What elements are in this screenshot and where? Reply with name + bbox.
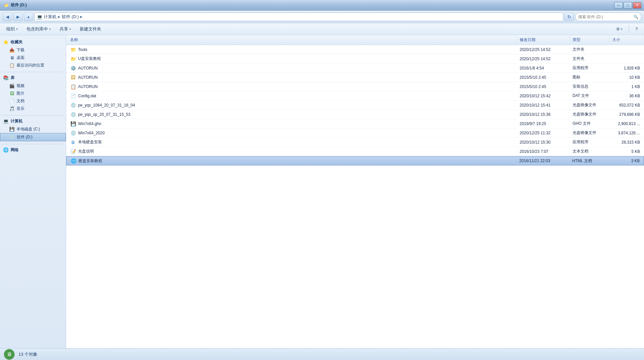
file-size: 279,696 KB [619,112,640,117]
file-list-area: 名称 修改日期 类型 大小 📁 Tools 2020/12/25 14:52 文… [66,35,644,348]
search-icon: 🔍 [633,15,638,19]
sidebar-item-documents[interactable]: 📄 文档 [0,97,66,105]
file-row[interactable]: 📁 Tools 2020/12/25 14:52 文件夹 [66,45,644,54]
sidebar-network-header[interactable]: 🌐 网络 [0,146,66,154]
file-type: 应用程序 [573,65,588,71]
sidebar-item-desktop[interactable]: 🖥 桌面 [0,54,66,62]
sidebar-item-drive-d[interactable]: 💿 软件 (D:) [0,133,66,141]
file-row[interactable]: 💿 pe_yqs_1064_20_07_31_16_04 2020/10/12 … [66,101,644,110]
file-cell-type: DAT 文件 [570,93,610,99]
file-row[interactable]: 📁 U盘安装教程 2020/12/25 14:52 文件夹 [66,54,644,64]
file-size: 3,874,126 ... [618,131,640,135]
sidebar-item-video[interactable]: 🎬 视频 [0,82,66,90]
sidebar-item-video-label: 视频 [17,83,24,89]
forward-button[interactable]: ▶ [13,13,22,21]
drive-c-icon: 💾 [9,127,15,132]
file-row[interactable]: 📄 Config.dat 2020/10/12 15:42 DAT 文件 36 … [66,91,644,101]
file-modified: 2016/10/23 7:07 [520,149,548,154]
file-size: 10 KB [629,75,640,80]
file-type: 文本文档 [573,149,588,154]
file-cell-size: 1,926 KB [610,66,643,70]
title-bar-controls: ─ □ ✕ [614,2,641,9]
file-modified: 2020/10/12 15:41 [520,103,550,108]
file-name: pe_yqs_1064_20_07_31_16_04 [78,103,135,108]
file-rows-container: 📁 Tools 2020/12/25 14:52 文件夹 📁 U盘安装教程 20… [66,45,644,165]
breadcrumb-computer[interactable]: 计算机 [44,14,57,20]
new-folder-label: 新建文件夹 [80,26,101,32]
search-bar: 🔍 [575,13,641,21]
file-cell-modified: 2020/12/25 14:52 [517,57,570,61]
organize-button[interactable]: 组织 ▾ [3,24,21,34]
file-row[interactable]: 💾 Win7x64.gho 2019/9/7 19:25 GHO 文件 2,90… [66,119,644,128]
file-type: HTML 文档 [572,158,592,164]
file-type: DAT 文件 [573,93,589,99]
include-library-button[interactable]: 包含到库中 ▾ [23,24,55,34]
share-button[interactable]: 共享 ▾ [56,24,75,34]
toolbar: 组织 ▾ 包含到库中 ▾ 共享 ▾ 新建文件夹 ≡ ▾ ? [0,23,644,35]
maximize-button[interactable]: □ [623,2,632,9]
sidebar-item-downloads[interactable]: 📥 下载 [0,46,66,54]
file-row[interactable]: 🖼 AUTORUN 2015/5/10 2:45 图标 10 KB [66,73,644,82]
sidebar-favorites-header[interactable]: ⭐ 收藏夹 [0,38,66,46]
desktop-icon: 🖥 [9,55,15,61]
file-type: 安装信息 [573,84,588,89]
file-cell-name: 📁 Tools [67,47,517,53]
sidebar-item-music[interactable]: 🎵 音乐 [0,105,66,112]
file-cell-modified: 2015/5/10 2:45 [517,84,570,89]
include-chevron: ▾ [49,27,51,31]
sidebar-item-recent-label: 最近访问的位置 [17,63,44,68]
view-chevron: ▾ [621,27,623,31]
close-button[interactable]: ✕ [633,2,641,9]
col-header-modified[interactable]: 修改日期 [517,35,570,45]
file-size: 28,315 KB [622,140,640,145]
refresh-button[interactable]: ↻ [565,13,574,21]
file-cell-name: 💿 Win7x64_2020 [67,130,517,136]
file-type: GHO 文件 [573,121,591,126]
file-cell-name: 💿 pe_yqs_xp_20_07_31_15_53 [67,112,517,117]
file-name: 本地硬盘安装 [78,139,102,145]
drive-d-icon: 💿 [10,135,15,140]
file-row[interactable]: 🖥 本地硬盘安装 2020/10/12 15:30 应用程序 28,315 KB [66,138,644,147]
sidebar-library-header[interactable]: 📚 库 [0,73,66,82]
col-header-type[interactable]: 类型 [570,35,610,45]
file-row[interactable]: ⚙️ AUTORUN 2016/1/8 4:54 应用程序 1,926 KB [66,64,644,73]
share-chevron: ▾ [69,27,71,31]
new-folder-button[interactable]: 新建文件夹 [76,24,105,34]
minimize-button[interactable]: ─ [614,2,623,9]
file-row[interactable]: 📋 AUTORUN 2015/5/10 2:45 安装信息 1 KB [66,82,644,91]
title-bar-left: 📁 软件 (D:) [4,2,27,8]
file-name: Win7x64_2020 [78,131,105,135]
help-button[interactable]: ? [632,24,641,34]
back-button[interactable]: ◀ [3,13,12,21]
file-type: 文件夹 [573,56,584,62]
breadcrumb-drive[interactable]: 软件 (D:) [62,14,79,20]
file-modified: 2020/12/25 11:32 [520,131,550,135]
sidebar-item-music-label: 音乐 [17,106,24,112]
file-cell-modified: 2020/10/12 15:42 [517,94,570,98]
search-input[interactable] [578,15,632,19]
sidebar-section-network: 🌐 网络 [0,146,66,154]
file-cell-type: HTML 文档 [570,158,609,164]
sidebar-item-desktop-label: 桌面 [17,55,24,61]
network-icon: 🌐 [3,147,9,153]
sidebar-item-recent[interactable]: 📋 最近访问的位置 [0,62,66,69]
sidebar-computer-header[interactable]: 💻 计算机 [0,117,66,125]
col-header-name[interactable]: 名称 [67,35,517,45]
main-layout: ⭐ 收藏夹 📥 下载 🖥 桌面 📋 最近访问的位置 📚 库 [0,35,644,348]
file-row[interactable]: 💿 pe_yqs_xp_20_07_31_15_53 2020/10/12 15… [66,110,644,119]
file-size: 5 KB [631,149,640,154]
file-row[interactable]: 🌐 硬盘安装教程 2016/11/21 22:03 HTML 文档 3 KB [66,156,644,165]
file-row[interactable]: 💿 Win7x64_2020 2020/12/25 11:32 光盘映像文件 3… [66,128,644,138]
sidebar-divider-3 [3,144,63,144]
sidebar-item-pictures[interactable]: 🖼 图片 [0,90,66,97]
file-cell-modified: 2019/9/7 19:25 [517,121,570,126]
sidebar-item-drive-c[interactable]: 💾 本地磁盘 (C:) [0,125,66,133]
file-size: 36 KB [629,94,640,98]
up-button[interactable]: ▲ [24,13,33,21]
file-name: AUTORUN [78,75,98,80]
sidebar-section-computer: 💻 计算机 💾 本地磁盘 (C:) 💿 软件 (D:) [0,117,66,141]
file-row[interactable]: 📝 光盘说明 2016/10/23 7:07 文本文档 5 KB [66,147,644,156]
view-options-button[interactable]: ≡ ▾ [613,24,626,34]
file-type-icon: 💾 [70,121,76,127]
col-header-size[interactable]: 大小 [610,35,643,45]
